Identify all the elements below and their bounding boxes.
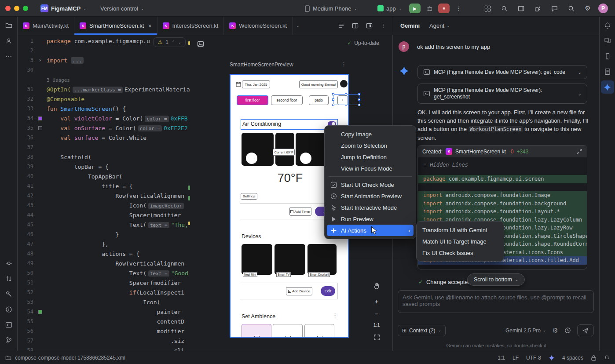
- color-swatch[interactable]: [38, 126, 42, 130]
- code-line[interactable]: 38 Scaffold(: [18, 152, 191, 162]
- stop-button[interactable]: ■: [438, 4, 450, 13]
- ambience-card[interactable]: [242, 324, 271, 338]
- pan-tool-button[interactable]: [371, 280, 382, 292]
- code-line[interactable]: 57 .siz: [18, 336, 191, 346]
- selection-handles[interactable]: [333, 94, 359, 105]
- status-zoom[interactable]: 1:1: [498, 355, 505, 361]
- editor-tab-interestsscreen-kt[interactable]: KInterestsScreen.kt: [157, 17, 224, 35]
- code-line[interactable]: 33fun SmartHomeScreen() {: [18, 104, 191, 113]
- menu-item-start-ui-check-mode[interactable]: Start UI Check Mode: [327, 179, 414, 190]
- code-line[interactable]: 52 if(LocalInspecti: [18, 288, 191, 297]
- code-editor[interactable]: ⚠ 1 ⌃ ⌄ 1package com.example.figmamcp.u2…: [18, 35, 191, 351]
- code-line[interactable]: 30: [18, 65, 191, 75]
- zoom-out-button[interactable]: −: [371, 308, 382, 319]
- greeting-chip[interactable]: Good morning Emma!: [299, 80, 338, 88]
- gemini-settings-icon[interactable]: ⚙: [553, 327, 558, 335]
- code-line[interactable]: 47 },: [18, 239, 191, 249]
- resize-handle[interactable]: [332, 93, 334, 95]
- editor-tab-mainactivity-kt[interactable]: KMainActivity.kt: [18, 17, 74, 35]
- code-line[interactable]: 56 modifier: [18, 326, 191, 336]
- hidden-lines-row[interactable]: ≡ Hidden Lines: [418, 157, 587, 170]
- resize-handle[interactable]: [358, 93, 360, 95]
- layout-grid-icon[interactable]: [481, 2, 494, 15]
- user-avatar[interactable]: P: [598, 4, 608, 13]
- ambience-card[interactable]: [304, 324, 334, 338]
- code-line[interactable]: 2: [18, 46, 191, 55]
- color-swatch[interactable]: [38, 116, 42, 120]
- notifications-tool-button[interactable]: [601, 19, 614, 32]
- project-widget[interactable]: FM FigmaMCP ⌄: [40, 0, 87, 17]
- version-control-tool-button[interactable]: [2, 334, 15, 347]
- code-line[interactable]: 32@Composable: [18, 94, 191, 104]
- gemini-prompt-input[interactable]: [398, 291, 593, 313]
- sync-tool-button[interactable]: [2, 272, 15, 285]
- code-line[interactable]: 3›import ...: [18, 55, 191, 65]
- prev-issue-icon[interactable]: ⌃: [172, 40, 175, 44]
- code-line[interactable]: 31@OptIn(...markerClass =ExperimentalMat…: [18, 84, 191, 94]
- menu-item-run-preview[interactable]: Run Preview: [327, 213, 414, 225]
- menu-item-zoom-to-selection[interactable]: Zoom to Selection: [327, 140, 414, 151]
- edit-button[interactable]: Edit: [321, 286, 335, 296]
- menu-item-jump-to-definition[interactable]: Jump to Definition: [327, 151, 414, 163]
- code-line[interactable]: 34 val violetColor = Color(color =0xFFB: [18, 113, 191, 123]
- code-line[interactable]: 46 }: [18, 229, 191, 239]
- agent-tab[interactable]: Agent ⌄: [429, 22, 450, 29]
- context-chip[interactable]: ⊞ Context (2) ⌄: [398, 325, 446, 336]
- code-line[interactable]: 36 val surface = Color.White: [18, 133, 191, 142]
- floor-chip-first-floor[interactable]: first floor: [237, 95, 268, 105]
- device-card-smart-doorbell[interactable]: [308, 244, 337, 275]
- zoom-in-button[interactable]: +: [371, 295, 382, 307]
- run-config-selector[interactable]: app ⌄: [377, 0, 402, 17]
- gemini-tool-button[interactable]: [601, 80, 614, 94]
- resize-handle[interactable]: [332, 98, 334, 101]
- code-line[interactable]: 53 Icon(: [18, 297, 191, 307]
- logcat-tool-button[interactable]: [601, 65, 614, 78]
- status-ai-sparkle-icon[interactable]: [549, 355, 555, 361]
- history-icon[interactable]: [564, 327, 571, 334]
- code-line[interactable]: 58 .cli: [18, 346, 191, 351]
- build-tool-button[interactable]: [2, 288, 15, 301]
- profile-avatar[interactable]: [340, 80, 348, 87]
- build-variants-tool-button[interactable]: [601, 34, 614, 47]
- usages-hint[interactable]: 3 Usages: [47, 77, 70, 83]
- device-selector[interactable]: Medium Phone ⌄: [304, 0, 357, 17]
- preview-more-icon[interactable]: ⋮: [341, 61, 347, 67]
- menu-item-match-ui-to-target-image[interactable]: Match UI to Target Image: [419, 236, 502, 247]
- mcp-tool-call-card[interactable]: MCP (Figma Remote Dev Mode MCP Server): …: [417, 84, 587, 104]
- search-icon[interactable]: [565, 2, 577, 15]
- menu-item-view-in-focus-mode[interactable]: View in Focus Mode: [327, 163, 414, 174]
- collaboration-tool-button[interactable]: [2, 34, 15, 47]
- status-lock-icon[interactable]: [591, 355, 597, 361]
- code-line[interactable]: 44 Spacer(modifier: [18, 210, 191, 220]
- settings-gear-icon[interactable]: ⚙: [582, 2, 594, 15]
- code-line[interactable]: 3 Usages: [18, 75, 191, 84]
- chevron-down-icon[interactable]: ⌄: [578, 91, 582, 96]
- resize-handle[interactable]: [332, 104, 334, 106]
- code-line[interactable]: 42 Row(verticalAlignmen: [18, 191, 191, 200]
- stripe-warning-mark[interactable]: [188, 41, 190, 45]
- stripe-change-mark[interactable]: [188, 196, 190, 200]
- status-encoding[interactable]: UTF-8: [526, 355, 541, 361]
- status-line-separator[interactable]: LF: [512, 355, 519, 361]
- code-line[interactable]: 51 Spacer(modifier: [18, 278, 191, 288]
- floor-chip-patio[interactable]: patio: [309, 95, 329, 105]
- plugins-icon[interactable]: [531, 2, 544, 15]
- device-card-nest-mini[interactable]: [242, 244, 272, 275]
- code-line[interactable]: 41 title = {: [18, 181, 191, 191]
- stripe-change-mark[interactable]: [188, 186, 190, 190]
- project-tool-button[interactable]: [2, 19, 15, 32]
- settings-chip[interactable]: Settings: [241, 193, 257, 200]
- chevron-down-icon[interactable]: ⌄: [578, 70, 582, 75]
- resize-handle[interactable]: [358, 104, 360, 106]
- stripe-warning-mark[interactable]: [188, 222, 190, 225]
- menu-item-transform-ui-with-gemini[interactable]: Transform UI with Gemini: [419, 224, 502, 236]
- layout-editor-icon[interactable]: [363, 20, 375, 32]
- device-manager-tool-button[interactable]: [601, 50, 614, 63]
- zoom-reset-button[interactable]: 1:1: [371, 319, 382, 331]
- resize-handle[interactable]: [358, 98, 360, 101]
- menu-item-fix-ui-check-issues[interactable]: Fix UI Check Issues: [419, 247, 502, 258]
- status-notifications-icon[interactable]: [604, 355, 610, 361]
- status-file-name[interactable]: compose-compose-model-1758866285245.xml: [15, 355, 125, 361]
- model-selector[interactable]: Gemini 2.5 Pro ⌄: [505, 328, 546, 334]
- code-line[interactable]: 50 Text(text ="Good: [18, 268, 191, 278]
